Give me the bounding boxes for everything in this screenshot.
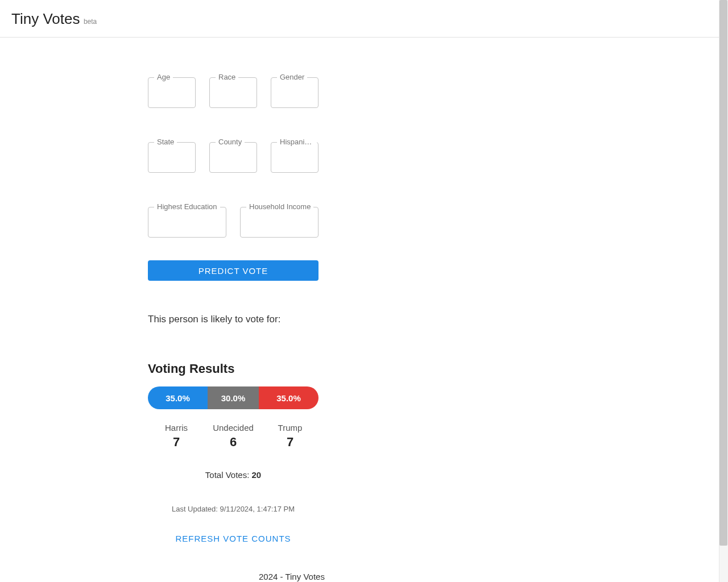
gender-input[interactable]: [271, 78, 318, 107]
candidates-row: Harris7Undecided6Trump7: [148, 423, 318, 450]
race-input[interactable]: [210, 78, 257, 107]
app-title: Tiny Votes: [11, 10, 80, 27]
candidate-count: 7: [148, 435, 205, 450]
state-label: State: [154, 138, 177, 146]
income-field-wrap: Household Income: [240, 207, 318, 238]
age-label: Age: [154, 73, 173, 81]
predict-button[interactable]: PREDICT VOTE: [148, 260, 318, 281]
income-label: Household Income: [246, 202, 313, 211]
bar-segment: 35.0%: [148, 386, 208, 409]
updated-time: 9/11/2024, 1:47:17 PM: [220, 505, 295, 513]
race-field-wrap: Race: [209, 77, 257, 108]
education-label: Highest Education: [154, 202, 220, 211]
results-bar: 35.0%30.0%35.0%: [148, 386, 318, 409]
results-heading: Voting Results: [148, 361, 318, 376]
total-votes: Total Votes: 20: [148, 470, 318, 480]
candidate-count: 6: [205, 435, 262, 450]
county-field-wrap: County: [209, 142, 257, 173]
last-updated: Last Updated: 9/11/2024, 1:47:17 PM: [148, 505, 318, 513]
app-header: Tiny Votes beta: [0, 0, 728, 38]
candidate-name: Harris: [148, 423, 205, 433]
candidate-count: 7: [262, 435, 318, 450]
county-label: County: [216, 138, 245, 146]
bar-segment: 35.0%: [259, 386, 318, 409]
gender-field-wrap: Gender: [271, 77, 318, 108]
age-field-wrap: Age: [148, 77, 196, 108]
scrollbar-thumb[interactable]: [719, 0, 727, 546]
education-field-wrap: Highest Education: [148, 207, 226, 238]
race-label: Race: [216, 73, 238, 81]
total-prefix: Total Votes:: [205, 470, 252, 480]
education-input[interactable]: [148, 207, 226, 237]
candidate: Harris7: [148, 423, 205, 450]
main-content: Age Race Gender State: [148, 38, 580, 571]
candidate: Undecided6: [205, 423, 262, 450]
footer-copyright: 2024 - Tiny Votes: [259, 571, 628, 582]
candidate-name: Trump: [262, 423, 318, 433]
total-number: 20: [252, 470, 262, 480]
refresh-button[interactable]: REFRESH VOTE COUNTS: [148, 534, 318, 543]
income-input[interactable]: [241, 207, 318, 237]
prediction-intro: This person is likely to vote for:: [148, 314, 318, 325]
hispanic-input[interactable]: [271, 143, 318, 172]
state-input[interactable]: [148, 143, 195, 172]
beta-tag: beta: [84, 18, 97, 26]
gender-label: Gender: [277, 73, 307, 81]
hispanic-field-wrap: Hispanic/…: [271, 142, 318, 173]
candidate-name: Undecided: [205, 423, 262, 433]
scrollbar-track[interactable]: [719, 0, 728, 582]
state-field-wrap: State: [148, 142, 196, 173]
footer: 2024 - Tiny Votes Follow on X.com Vote i…: [100, 571, 628, 582]
candidate: Trump7: [262, 423, 318, 450]
form-section: Age Race Gender State: [148, 77, 318, 238]
age-input[interactable]: [148, 78, 195, 107]
updated-prefix: Last Updated:: [172, 505, 220, 513]
hispanic-label: Hispanic/…: [277, 138, 317, 146]
county-input[interactable]: [210, 143, 257, 172]
bar-segment: 30.0%: [208, 386, 259, 409]
